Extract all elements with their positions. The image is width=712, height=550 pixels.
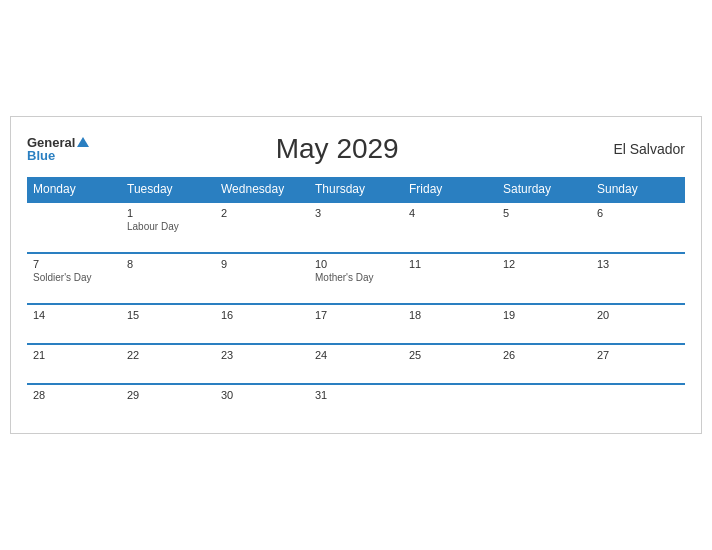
calendar-cell: 28 bbox=[27, 384, 121, 423]
calendar-week-row: 21222324252627 bbox=[27, 344, 685, 384]
day-number: 4 bbox=[409, 207, 491, 219]
calendar-cell: 6 bbox=[591, 202, 685, 253]
calendar-cell: 21 bbox=[27, 344, 121, 384]
weekday-header-friday: Friday bbox=[403, 177, 497, 202]
calendar-table: MondayTuesdayWednesdayThursdayFridaySatu… bbox=[27, 177, 685, 423]
calendar-cell: 31 bbox=[309, 384, 403, 423]
day-number: 17 bbox=[315, 309, 397, 321]
weekday-header-row: MondayTuesdayWednesdayThursdayFridaySatu… bbox=[27, 177, 685, 202]
weekday-header-tuesday: Tuesday bbox=[121, 177, 215, 202]
day-number: 9 bbox=[221, 258, 303, 270]
calendar-cell: 10Mother's Day bbox=[309, 253, 403, 304]
day-number: 2 bbox=[221, 207, 303, 219]
day-number: 6 bbox=[597, 207, 679, 219]
logo-triangle-icon bbox=[77, 137, 89, 147]
calendar-cell bbox=[27, 202, 121, 253]
calendar-cell: 20 bbox=[591, 304, 685, 344]
day-number: 18 bbox=[409, 309, 491, 321]
calendar-container: General Blue May 2029 El Salvador Monday… bbox=[10, 116, 702, 434]
day-number: 28 bbox=[33, 389, 115, 401]
day-number: 1 bbox=[127, 207, 209, 219]
calendar-week-row: 28293031 bbox=[27, 384, 685, 423]
weekday-header-thursday: Thursday bbox=[309, 177, 403, 202]
calendar-cell: 24 bbox=[309, 344, 403, 384]
calendar-cell: 12 bbox=[497, 253, 591, 304]
calendar-week-row: 7Soldier's Day8910Mother's Day111213 bbox=[27, 253, 685, 304]
calendar-week-row: 14151617181920 bbox=[27, 304, 685, 344]
calendar-cell: 9 bbox=[215, 253, 309, 304]
day-number: 15 bbox=[127, 309, 209, 321]
day-number: 10 bbox=[315, 258, 397, 270]
weekday-header-wednesday: Wednesday bbox=[215, 177, 309, 202]
weekday-header-sunday: Sunday bbox=[591, 177, 685, 202]
day-number: 20 bbox=[597, 309, 679, 321]
day-number: 30 bbox=[221, 389, 303, 401]
calendar-cell: 17 bbox=[309, 304, 403, 344]
day-number: 27 bbox=[597, 349, 679, 361]
calendar-cell bbox=[403, 384, 497, 423]
calendar-title: May 2029 bbox=[89, 133, 585, 165]
calendar-cell: 23 bbox=[215, 344, 309, 384]
day-number: 26 bbox=[503, 349, 585, 361]
calendar-cell: 2 bbox=[215, 202, 309, 253]
logo-blue-text: Blue bbox=[27, 149, 55, 162]
calendar-cell: 18 bbox=[403, 304, 497, 344]
holiday-label: Soldier's Day bbox=[33, 272, 115, 283]
logo: General Blue bbox=[27, 136, 89, 162]
country-label: El Salvador bbox=[585, 141, 685, 157]
day-number: 21 bbox=[33, 349, 115, 361]
calendar-cell: 5 bbox=[497, 202, 591, 253]
calendar-cell: 29 bbox=[121, 384, 215, 423]
day-number: 19 bbox=[503, 309, 585, 321]
day-number: 8 bbox=[127, 258, 209, 270]
calendar-cell: 27 bbox=[591, 344, 685, 384]
calendar-cell bbox=[497, 384, 591, 423]
day-number: 12 bbox=[503, 258, 585, 270]
day-number: 24 bbox=[315, 349, 397, 361]
day-number: 22 bbox=[127, 349, 209, 361]
calendar-cell: 11 bbox=[403, 253, 497, 304]
calendar-cell: 16 bbox=[215, 304, 309, 344]
weekday-header-monday: Monday bbox=[27, 177, 121, 202]
day-number: 3 bbox=[315, 207, 397, 219]
calendar-cell: 15 bbox=[121, 304, 215, 344]
calendar-cell: 30 bbox=[215, 384, 309, 423]
day-number: 11 bbox=[409, 258, 491, 270]
day-number: 5 bbox=[503, 207, 585, 219]
day-number: 7 bbox=[33, 258, 115, 270]
holiday-label: Mother's Day bbox=[315, 272, 397, 283]
day-number: 14 bbox=[33, 309, 115, 321]
holiday-label: Labour Day bbox=[127, 221, 209, 232]
calendar-cell: 8 bbox=[121, 253, 215, 304]
calendar-cell: 4 bbox=[403, 202, 497, 253]
calendar-week-row: 1Labour Day23456 bbox=[27, 202, 685, 253]
day-number: 16 bbox=[221, 309, 303, 321]
day-number: 13 bbox=[597, 258, 679, 270]
day-number: 29 bbox=[127, 389, 209, 401]
calendar-cell bbox=[591, 384, 685, 423]
calendar-cell: 22 bbox=[121, 344, 215, 384]
calendar-header: General Blue May 2029 El Salvador bbox=[27, 133, 685, 165]
calendar-cell: 26 bbox=[497, 344, 591, 384]
calendar-cell: 25 bbox=[403, 344, 497, 384]
calendar-cell: 19 bbox=[497, 304, 591, 344]
calendar-cell: 14 bbox=[27, 304, 121, 344]
weekday-header-saturday: Saturday bbox=[497, 177, 591, 202]
calendar-cell: 1Labour Day bbox=[121, 202, 215, 253]
calendar-cell: 7Soldier's Day bbox=[27, 253, 121, 304]
day-number: 31 bbox=[315, 389, 397, 401]
day-number: 25 bbox=[409, 349, 491, 361]
day-number: 23 bbox=[221, 349, 303, 361]
calendar-cell: 3 bbox=[309, 202, 403, 253]
calendar-cell: 13 bbox=[591, 253, 685, 304]
